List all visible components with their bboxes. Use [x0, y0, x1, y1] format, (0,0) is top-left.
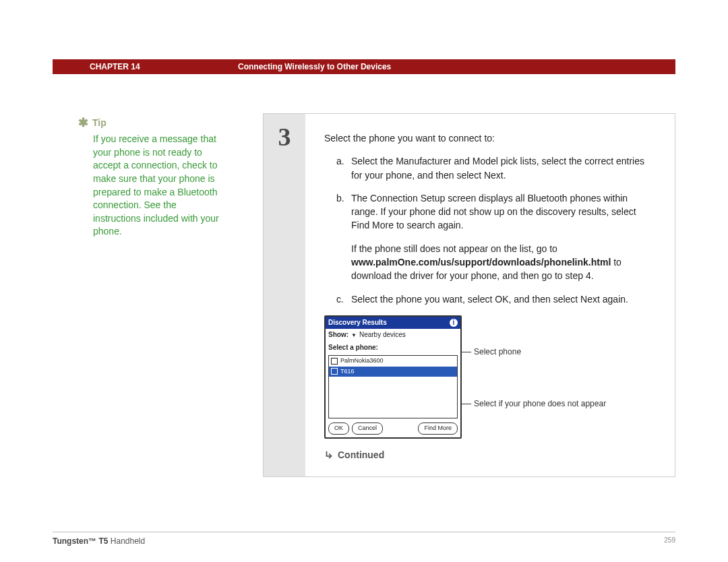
dialog-button-row: OK Cancel Find More — [326, 420, 460, 437]
step-content: Select the phone you want to connect to:… — [305, 114, 675, 476]
continued-text: Continued — [338, 448, 384, 462]
dropdown-icon[interactable]: ▼ — [351, 332, 357, 340]
asterisk-icon: ✱ — [78, 115, 88, 131]
page-footer: Tungsten™ T5 Handheld 259 — [53, 532, 675, 546]
chapter-title: Connecting Wirelessly to Other Devices — [238, 62, 391, 71]
cancel-button[interactable]: Cancel — [352, 423, 383, 434]
substep-b-body: The Connection Setup screen displays all… — [351, 191, 656, 283]
discovery-results-dialog: Discovery Results i Show: ▼ Nearby devic… — [324, 315, 462, 439]
select-phone-row: Select a phone: — [326, 342, 460, 354]
substep-c: c. Select the phone you want, select OK,… — [336, 292, 656, 306]
tip-sidebar: ✱ Tip If you receive a message that your… — [80, 115, 221, 239]
page-number: 259 — [664, 536, 675, 546]
ok-button[interactable]: OK — [328, 423, 349, 434]
phone-item-t616[interactable]: T616 — [329, 367, 457, 377]
tip-label-text: Tip — [92, 117, 107, 130]
substep-c-text: Select the phone you want, select OK, an… — [351, 292, 656, 306]
continued-indicator: Continued — [324, 448, 656, 462]
substep-a-letter: a. — [336, 154, 351, 182]
continued-arrow-icon — [324, 450, 334, 460]
tip-body-text: If you receive a message that your phone… — [93, 133, 221, 239]
dialog-titlebar: Discovery Results i — [326, 317, 460, 330]
dialog-illustration: Discovery Results i Show: ▼ Nearby devic… — [324, 315, 656, 439]
step-number: 3 — [264, 122, 305, 152]
phone-icon — [331, 368, 338, 375]
product-rest: Handheld — [108, 536, 145, 546]
step-number-column: 3 — [264, 114, 305, 476]
phone-name-1: PalmNokia3600 — [340, 356, 384, 365]
substep-a-text: Select the Manufacturer and Model pick l… — [351, 154, 656, 182]
find-more-button[interactable]: Find More — [418, 423, 458, 434]
substep-b-text1: The Connection Setup screen displays all… — [351, 191, 656, 232]
step-box: 3 Select the phone you want to connect t… — [263, 113, 675, 477]
substep-c-letter: c. — [336, 292, 351, 306]
product-name: Tungsten™ T5 Handheld — [53, 536, 145, 546]
phone-icon — [331, 358, 338, 365]
dialog-title-text: Discovery Results — [328, 318, 387, 328]
show-value[interactable]: Nearby devices — [359, 330, 406, 340]
substep-a: a. Select the Manufacturer and Model pic… — [336, 154, 656, 182]
select-phone-label: Select a phone: — [328, 343, 378, 353]
info-icon[interactable]: i — [450, 319, 458, 327]
phone-list[interactable]: PalmNokia3600 T616 — [328, 355, 458, 418]
substep-b: b. The Connection Setup screen displays … — [336, 191, 656, 283]
substep-b-para2: If the phone still does not appear on th… — [351, 242, 656, 283]
chapter-header: CHAPTER 14 Connecting Wirelessly to Othe… — [53, 59, 675, 74]
phone-name-2: T616 — [340, 367, 355, 376]
chapter-label: CHAPTER 14 — [90, 62, 140, 71]
callout-find-more: Select if your phone does not appear — [474, 398, 606, 410]
show-label: Show: — [328, 330, 348, 340]
phone-item-palmnokia[interactable]: PalmNokia3600 — [329, 356, 457, 366]
product-bold: Tungsten™ T5 — [53, 536, 108, 546]
step-intro: Select the phone you want to connect to: — [324, 131, 656, 145]
substep-b-text2a: If the phone still does not appear on th… — [351, 243, 557, 254]
phonelink-url[interactable]: www.palmOne.com/us/support/downloads/pho… — [351, 257, 611, 268]
show-row: Show: ▼ Nearby devices — [326, 329, 460, 342]
substep-list: a. Select the Manufacturer and Model pic… — [324, 154, 656, 306]
callout-select-phone: Select phone — [474, 346, 606, 358]
callout-labels: Select phone Select if your phone does n… — [474, 315, 606, 410]
substep-b-letter: b. — [336, 191, 351, 283]
tip-heading: ✱ Tip — [80, 115, 221, 131]
